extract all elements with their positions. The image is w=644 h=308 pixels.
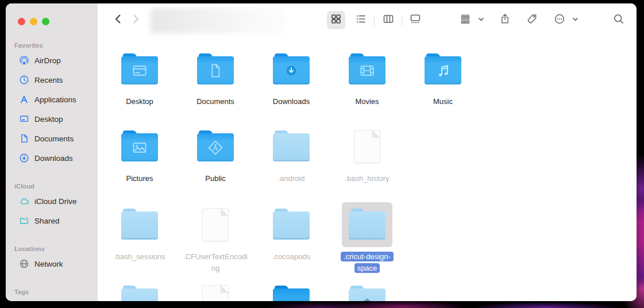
- globe-icon: [18, 258, 30, 270]
- file-icon: [190, 202, 241, 247]
- sidebar-item-network[interactable]: Network: [10, 254, 94, 274]
- sidebar-item-icloud-drive[interactable]: iCloud Drive: [10, 191, 94, 211]
- sidebar-item-label: Network: [34, 260, 63, 268]
- file-item-cfusertextencoding[interactable]: .CFUserTextEncoding: [178, 202, 253, 273]
- download-circle-glyph-icon: [281, 61, 301, 80]
- file-label: .CFUserTextEncoding: [183, 252, 248, 272]
- desktop: FavoritesAirDropRecentsApplicationsDeskt…: [0, 0, 644, 308]
- building-glyph-icon: [357, 293, 377, 302]
- folder-icon: [266, 47, 317, 92]
- sidebar-section-label: Favorites: [14, 42, 98, 49]
- folder-icon: [342, 47, 392, 92]
- file-item-movies[interactable]: Movies: [329, 47, 405, 107]
- file-label: .bash_history: [345, 174, 389, 183]
- sidebar-item-downloads[interactable]: Downloads: [10, 148, 94, 168]
- file-icon: [342, 124, 392, 169]
- file-item-cocoapods[interactable]: .cocoapods: [253, 202, 329, 262]
- file-item-bash-history[interactable]: .bash_history: [329, 124, 405, 184]
- desktop-window-glyph-icon: [130, 61, 149, 80]
- file-item-documents[interactable]: Documents: [178, 47, 253, 107]
- file-item-downloads[interactable]: Downloads: [253, 47, 329, 107]
- public-diamond-glyph-icon: [206, 138, 225, 157]
- folder-icon: [418, 47, 468, 92]
- file-item[interactable]: [329, 279, 405, 301]
- document-page-glyph-icon: [206, 61, 225, 80]
- sidebar-section-label: iCloud: [14, 183, 98, 190]
- folder-icon: [342, 202, 392, 247]
- file-item[interactable]: [178, 279, 253, 301]
- folder-icon: [266, 279, 317, 301]
- download-icon: [18, 152, 30, 164]
- file-item-pictures[interactable]: Pictures: [102, 124, 178, 184]
- file-icon: [190, 279, 241, 301]
- sidebar-item-recents[interactable]: Recents: [10, 70, 94, 90]
- icloud-icon: [18, 195, 30, 207]
- file-label: Desktop: [126, 97, 153, 106]
- sidebar-item-label: Applications: [34, 95, 76, 104]
- main-area: DesktopDocumentsDownloadsMoviesMusicPict…: [98, 3, 637, 301]
- folder-icon: [114, 279, 165, 301]
- sidebar-item-airdrop[interactable]: AirDrop: [10, 51, 94, 70]
- sidebar-section-label: Tags: [14, 288, 98, 295]
- folder-icon: [114, 124, 165, 169]
- file-item[interactable]: [102, 279, 178, 301]
- film-strip-glyph-icon: [357, 61, 377, 80]
- file-item[interactable]: [253, 279, 329, 301]
- folder-icon: [266, 124, 317, 169]
- sidebar-section-label: Locations: [14, 245, 98, 252]
- file-item-bash-sessions[interactable]: .bash_sessions: [102, 202, 178, 262]
- sidebar-item-label: Documents: [34, 134, 74, 143]
- file-label: Movies: [355, 97, 379, 106]
- music-note-glyph-icon: [433, 61, 453, 80]
- sidebar: FavoritesAirDropRecentsApplicationsDeskt…: [6, 3, 98, 301]
- traffic-lights: [6, 18, 98, 25]
- file-label: .android: [278, 174, 305, 183]
- file-label: Pictures: [126, 174, 153, 183]
- file-item-public[interactable]: Public: [178, 124, 253, 184]
- file-item-desktop[interactable]: Desktop: [102, 47, 178, 107]
- sidebar-item-label: AirDrop: [34, 56, 61, 65]
- sidebar-item-applications[interactable]: Applications: [10, 90, 94, 109]
- file-item-android[interactable]: .android: [253, 124, 329, 184]
- file-item-music[interactable]: Music: [405, 47, 481, 107]
- sidebar-item-red[interactable]: Red: [10, 297, 94, 301]
- sidebar-item-label: Downloads: [34, 154, 73, 163]
- applications-icon: [18, 94, 30, 105]
- minimize-button[interactable]: [30, 18, 37, 25]
- folder-icon: [266, 202, 317, 247]
- sidebar-item-desktop[interactable]: Desktop: [10, 109, 94, 129]
- folder-icon: [190, 47, 241, 92]
- file-label: Downloads: [273, 97, 310, 106]
- folder-icon: [342, 279, 392, 301]
- folder-icon: [114, 47, 165, 92]
- file-label: Documents: [196, 97, 234, 106]
- file-label: .cocoapods: [272, 252, 311, 261]
- sidebar-item-label: Desktop: [34, 115, 63, 124]
- zoom-button[interactable]: [42, 18, 49, 25]
- photo-glyph-icon: [130, 138, 149, 157]
- folder-icon: [190, 124, 241, 169]
- sidebar-item-label: Shared: [34, 217, 60, 225]
- file-label: .bash_sessions: [114, 252, 165, 261]
- shared-folder-icon: [18, 215, 30, 226]
- sidebar-item-shared[interactable]: Shared: [10, 211, 94, 230]
- sidebar-sections: FavoritesAirDropRecentsApplicationsDeskt…: [6, 42, 98, 301]
- desktop-icon: [18, 113, 30, 125]
- airdrop-icon: [18, 55, 30, 66]
- sidebar-item-label: iCloud Drive: [34, 197, 77, 206]
- clock-icon: [18, 74, 30, 86]
- file-item-cricut-design-space[interactable]: .cricut-design-space: [329, 202, 405, 273]
- file-label: Public: [205, 174, 225, 183]
- sidebar-item-label: Recents: [34, 76, 63, 84]
- close-button[interactable]: [18, 18, 25, 25]
- sidebar-item-documents[interactable]: Documents: [10, 129, 94, 148]
- file-label: Music: [433, 97, 453, 106]
- document-icon: [18, 133, 30, 144]
- finder-window: FavoritesAirDropRecentsApplicationsDeskt…: [6, 3, 637, 301]
- file-label: .cricut-design-space: [341, 252, 394, 273]
- folder-icon: [114, 202, 165, 247]
- file-grid: DesktopDocumentsDownloadsMoviesMusicPict…: [98, 3, 637, 301]
